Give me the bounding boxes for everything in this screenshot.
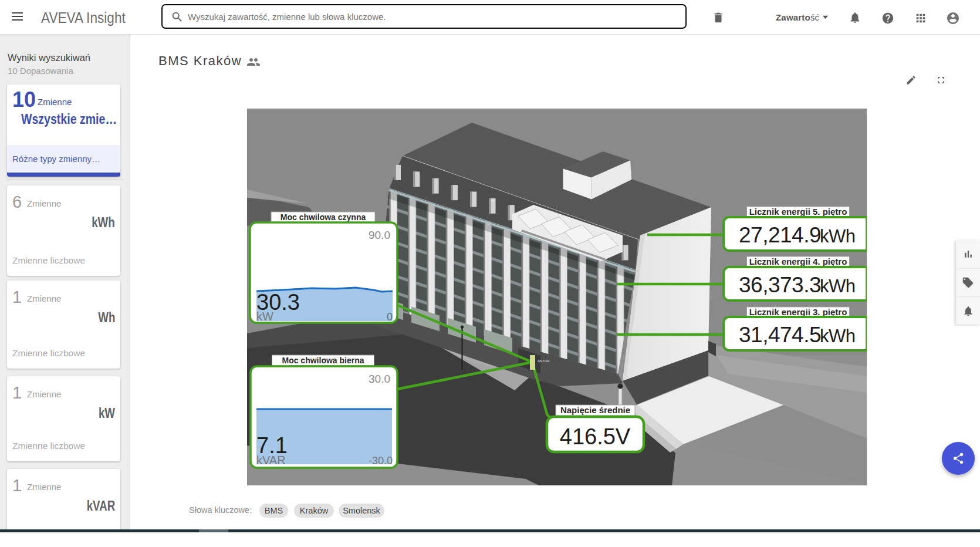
svg-text:kW: kW bbox=[256, 310, 273, 323]
svg-text:Licznik energii 3. piętro: Licznik energii 3. piętro bbox=[749, 307, 847, 317]
svg-text:Moc chwilowa czynna: Moc chwilowa czynna bbox=[281, 212, 366, 222]
svg-text:36,373.3kWh: 36,373.3kWh bbox=[739, 273, 856, 297]
svg-text:Licznik energii 4. piętro: Licznik energii 4. piętro bbox=[749, 256, 847, 266]
svg-text:90.0: 90.0 bbox=[369, 229, 390, 241]
svg-text:kVAR: kVAR bbox=[256, 454, 286, 467]
svg-text:Napięcie średnie: Napięcie średnie bbox=[560, 405, 630, 415]
svg-text:31,474.5kWh: 31,474.5kWh bbox=[739, 323, 856, 347]
svg-text:Moc chwilowa bierna: Moc chwilowa bierna bbox=[282, 356, 364, 365]
svg-text:27,214.9kWh: 27,214.9kWh bbox=[739, 223, 856, 247]
svg-text:416.5V: 416.5V bbox=[560, 424, 631, 449]
svg-text:ASTOR: ASTOR bbox=[538, 359, 550, 363]
svg-text:0: 0 bbox=[387, 311, 393, 323]
svg-text:30.0: 30.0 bbox=[369, 373, 390, 385]
svg-text:-30.0: -30.0 bbox=[369, 455, 393, 467]
svg-text:Licznik energii 5. piętro: Licznik energii 5. piętro bbox=[749, 207, 847, 217]
